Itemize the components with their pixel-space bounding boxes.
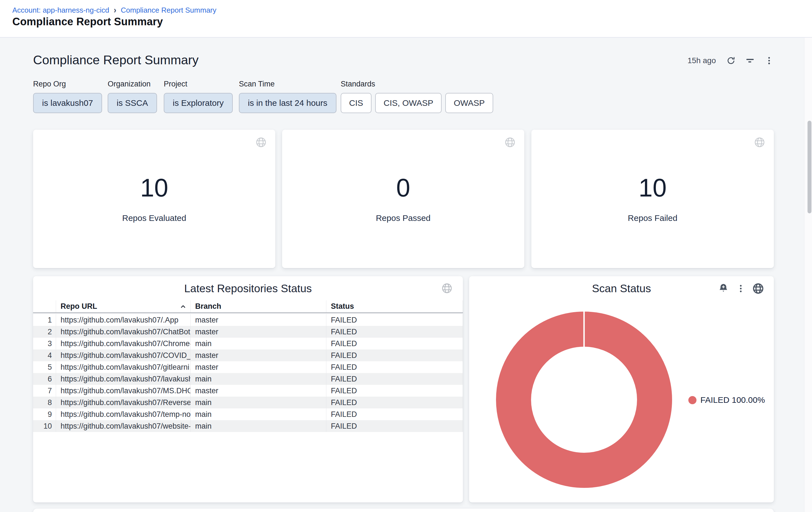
scan-status-donut-chart	[492, 307, 676, 492]
kebab-menu-icon[interactable]	[735, 282, 747, 295]
row-number: 5	[33, 361, 56, 373]
cell-status: FAILED	[326, 349, 463, 361]
cell-repo-url: https://github.com/lavakush07/lavakush…	[56, 373, 191, 385]
row-number: 4	[33, 349, 56, 361]
cell-repo-url: https://github.com/lavakush07/MS.DHO…	[56, 385, 191, 397]
cell-repo-url: https://github.com/lavakush07/.App	[56, 314, 191, 326]
stat-label: Repos Evaluated	[122, 213, 186, 223]
filter-project: Project is Exploratory	[164, 80, 233, 113]
stat-value: 10	[140, 175, 168, 200]
scan-panel-actions	[717, 282, 764, 295]
table-header-row: Repo URL Branch Status	[33, 300, 463, 313]
cell-branch: main	[191, 338, 326, 349]
last-updated-text: 15h ago	[688, 56, 716, 65]
latest-repositories-panel: Latest Repositories Status Repo URL Bran…	[33, 276, 463, 503]
top-header: Account: app-harness-ng-cicd › Complianc…	[0, 0, 812, 37]
cell-status: FAILED	[326, 408, 463, 420]
globe-icon[interactable]	[754, 136, 765, 148]
cell-repo-url: https://github.com/lavakush07/Reverse-…	[56, 397, 191, 408]
filter-chip-organization[interactable]: is SSCA	[108, 93, 157, 113]
row-number: 8	[33, 397, 56, 408]
standards-option-owasp[interactable]: OWASP	[445, 93, 493, 113]
standards-option-cis-owasp[interactable]: CIS, OWASP	[375, 93, 442, 113]
row-number: 6	[33, 373, 56, 385]
row-number: 2	[33, 326, 56, 338]
cell-branch: master	[191, 314, 326, 326]
filter-repo-org: Repo Org is lavakush07	[33, 80, 102, 113]
filter-label: Project	[164, 80, 233, 88]
cell-repo-url: https://github.com/lavakush07/website-1	[56, 420, 191, 432]
cell-branch: main	[191, 408, 326, 420]
cell-status: FAILED	[326, 373, 463, 385]
cell-repo-url: https://github.com/lavakush07/gitlearni…	[56, 361, 191, 373]
filter-chip-project[interactable]: is Exploratory	[164, 93, 233, 113]
cell-status: FAILED	[326, 420, 463, 432]
stat-value: 0	[396, 175, 410, 200]
stat-value: 10	[638, 175, 666, 200]
globe-icon[interactable]	[441, 282, 453, 294]
cell-repo-url: https://github.com/lavakush07/COVID_T…	[56, 349, 191, 361]
kebab-menu-icon[interactable]	[763, 55, 775, 66]
row-number: 9	[33, 408, 56, 420]
refresh-icon[interactable]	[725, 55, 736, 66]
dashboard-title: Compliance Report Summary	[33, 53, 199, 68]
table-row: 5 https://github.com/lavakush07/gitlearn…	[33, 361, 463, 373]
scrollbar-track[interactable]	[804, 37, 812, 512]
chart-legend-item-failed[interactable]: FAILED 100.00%	[688, 395, 765, 405]
breadcrumb: Account: app-harness-ng-cicd › Complianc…	[12, 6, 216, 15]
table-row: 9 https://github.com/lavakush07/temp-no……	[33, 408, 463, 420]
stat-card-repos-passed: 0 Repos Passed	[282, 130, 524, 268]
breadcrumb-current-link[interactable]: Compliance Report Summary	[121, 6, 216, 15]
globe-icon[interactable]	[752, 282, 764, 295]
stat-card-repos-failed: 10 Repos Failed	[531, 130, 774, 268]
table-row: 4 https://github.com/lavakush07/COVID_T……	[33, 349, 463, 361]
cell-branch: master	[191, 326, 326, 338]
table-row: 2 https://github.com/lavakush07/ChatBot …	[33, 326, 463, 338]
row-number: 7	[33, 385, 56, 397]
table-row: 6 https://github.com/lavakush07/lavakush…	[33, 373, 463, 385]
standards-option-cis[interactable]: CIS	[341, 93, 372, 113]
filter-chip-repo-org[interactable]: is lavakush07	[33, 93, 102, 113]
scrollbar-thumb[interactable]	[808, 121, 811, 213]
filter-icon[interactable]	[745, 55, 756, 66]
filter-standards: Standards CIS CIS, OWASP OWASP	[341, 80, 493, 113]
table-row: 3 https://github.com/lavakush07/Chrome-……	[33, 338, 463, 349]
legend-label: FAILED 100.00%	[700, 395, 765, 405]
filter-scan-time: Scan Time is in the last 24 hours	[239, 80, 337, 113]
table-row: 10 https://github.com/lavakush07/website…	[33, 420, 463, 432]
cell-branch: master	[191, 349, 326, 361]
cell-status: FAILED	[326, 361, 463, 373]
globe-icon[interactable]	[504, 136, 516, 148]
filter-label: Scan Time	[239, 80, 337, 88]
breadcrumb-account-link[interactable]: Account: app-harness-ng-cicd	[12, 6, 109, 15]
cell-status: FAILED	[326, 326, 463, 338]
bell-plus-icon[interactable]	[717, 282, 730, 295]
globe-icon[interactable]	[255, 136, 267, 148]
breadcrumb-separator: ›	[114, 5, 116, 16]
legend-color-dot	[688, 396, 696, 404]
row-number: 10	[33, 420, 56, 432]
stat-label: Repos Passed	[376, 213, 430, 223]
row-number: 1	[33, 314, 56, 326]
cell-branch: master	[191, 385, 326, 397]
donut-slice-failed[interactable]	[514, 329, 655, 470]
table-row: 8 https://github.com/lavakush07/Reverse-…	[33, 397, 463, 408]
cell-branch: master	[191, 361, 326, 373]
page-title: Compliance Report Summary	[12, 16, 163, 28]
filter-label: Standards	[341, 80, 493, 88]
table-body: 1 https://github.com/lavakush07/.App mas…	[33, 314, 463, 432]
dashboard-toolbar: 15h ago	[688, 55, 775, 66]
table-row: 7 https://github.com/lavakush07/MS.DHO… …	[33, 385, 463, 397]
table-panel-title: Latest Repositories Status	[33, 282, 463, 295]
filter-label: Organization	[108, 80, 157, 88]
table-row: 1 https://github.com/lavakush07/.App mas…	[33, 314, 463, 326]
stat-label: Repos Failed	[628, 213, 677, 223]
column-header-branch[interactable]: Branch	[191, 300, 326, 313]
cell-branch: main	[191, 373, 326, 385]
filter-chip-scan-time[interactable]: is in the last 24 hours	[239, 93, 337, 113]
chevron-up-icon	[180, 303, 186, 310]
filter-label: Repo Org	[33, 80, 102, 88]
column-header-repo-url[interactable]: Repo URL	[56, 300, 191, 313]
column-header-status[interactable]: Status	[326, 300, 463, 313]
cell-status: FAILED	[326, 338, 463, 349]
